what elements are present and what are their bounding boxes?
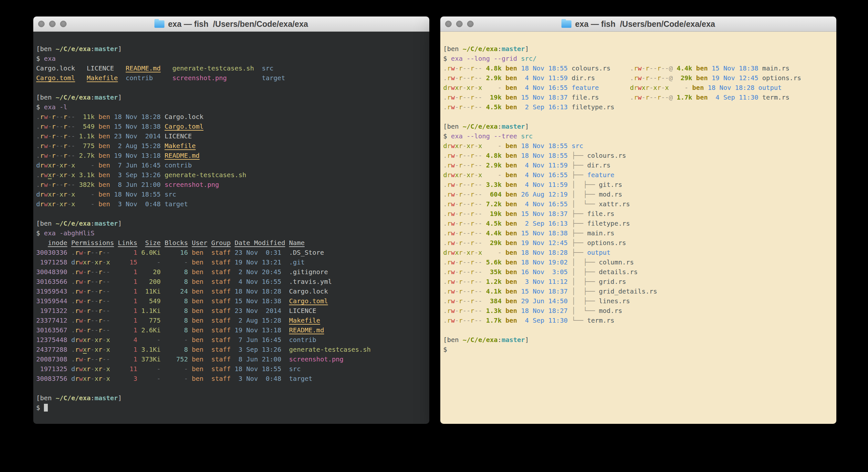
terminal-line: .rw-r--r-- 4.4k ben 15 Nov 18:38 ├── mai… — [443, 228, 834, 238]
terminal-line: 23377412 .rw-r--r-- 1 775 8 ben staff 2 … — [36, 316, 427, 325]
terminal-line: .rw-r--r-- 604 ben 26 Aug 12:19 │ ├── mo… — [443, 189, 834, 199]
terminal-line: inode Permissions Links Size Blocks User… — [36, 238, 427, 248]
terminal-line: .rw-r--r-- 3.3k ben 4 Nov 11:59 │ ├── gi… — [443, 180, 834, 189]
terminal-line: Cargo.toml Makefile contrib screenshot.p… — [36, 73, 427, 83]
terminal-line: [ben ~/C/e/exa:master] — [36, 44, 427, 54]
terminal-line: drwxr-xr-x - ben 4 Nov 16:55 feature drw… — [443, 83, 834, 92]
terminal-line — [443, 112, 834, 122]
terminal-line — [36, 83, 427, 92]
minimize-button[interactable] — [456, 21, 463, 27]
terminal-line: 30163566 .rw-r--r-- 1 200 8 ben staff 4 … — [36, 277, 427, 287]
window-title-text: exa — fish /Users/ben/Code/exa/exa — [168, 20, 308, 29]
terminal-line: .rw-r--r-- 4.8k ben 18 Nov 18:55 colours… — [443, 63, 834, 73]
terminal-line: .rw-r--r-- 7.2k ben 4 Nov 16:55 │ └── xa… — [443, 199, 834, 209]
terminal-line: 24377288 .rwxr-xr-x 1 3.1Ki 8 ben staff … — [36, 345, 427, 354]
terminal-line: .rw-r--r-- 382k ben 8 Jun 21:00 screensh… — [36, 180, 427, 189]
terminal-line: [ben ~/C/e/exa:master] — [36, 218, 427, 228]
terminal-line: .rw-r--r-- 19k ben 15 Nov 18:37 ├── file… — [443, 209, 834, 218]
terminal-line: $ exa -abghHliS — [36, 228, 427, 238]
zoom-button[interactable] — [60, 21, 66, 27]
terminal-line: 1971322 .rw-r--r-- 1 1.1Ki 8 ben staff 2… — [36, 306, 427, 316]
terminal-line: .rw-r--r-- 4.5k ben 2 Sep 16:13 filetype… — [443, 102, 834, 112]
terminal-line — [36, 209, 427, 218]
terminal-line: 12375448 drwxr-xr-x 4 - - ben staff 7 Ju… — [36, 335, 427, 345]
window-controls — [445, 17, 473, 31]
folder-icon — [154, 20, 164, 28]
terminal-line: .rwxr-xr-x 3.1k ben 3 Sep 13:26 generate… — [36, 170, 427, 180]
terminal-line: .rw-r--r-- 11k ben 18 Nov 18:28 Cargo.lo… — [36, 112, 427, 122]
terminal-line: $ exa -l — [36, 102, 427, 112]
minimize-button[interactable] — [49, 21, 56, 27]
cursor — [44, 404, 48, 412]
terminal-line: .rw-r--r-- 35k ben 16 Nov 3:05 │ ├── det… — [443, 267, 834, 277]
terminal-line: .rw-r--r-- 19k ben 15 Nov 18:37 file.rs … — [443, 92, 834, 102]
terminal-line: [ben ~/C/e/exa:master] — [443, 335, 834, 345]
terminal-line: .rw-r--r-- 1.2k ben 3 Nov 11:12 │ ├── gr… — [443, 277, 834, 287]
window-title-text: exa — fish /Users/ben/Code/exa/exa — [575, 20, 715, 29]
terminal-line: 1971325 drwxr-xr-x 11 - - ben staff 18 N… — [36, 364, 427, 374]
terminal-line: $ — [36, 403, 427, 413]
terminal-line: .rw-r--r-- 4.1k ben 15 Nov 18:37 │ ├── g… — [443, 287, 834, 296]
terminal-window-dark: exa — fish /Users/ben/Code/exa/exa [ben … — [33, 17, 429, 424]
terminal-line: .rw-r--r-- 4.8k ben 18 Nov 18:55 ├── col… — [443, 151, 834, 160]
terminal-line: .rw-r--r-- 2.9k ben 4 Nov 11:59 dir.rs .… — [443, 73, 834, 83]
terminal-output[interactable]: [ben ~/C/e/exa:master]$ exa --long --gri… — [440, 32, 836, 424]
terminal-line: drwxr-xr-x - ben 18 Nov 18:55 src — [36, 189, 427, 199]
terminal-line: drwxr-xr-x - ben 18 Nov 18:55 src — [443, 141, 834, 151]
terminal-line: .rw-r--r-- 549 ben 15 Nov 18:38 Cargo.to… — [36, 122, 427, 131]
terminal-line: .rw-r--r-- 1.1k ben 23 Nov 2014 LICENCE — [36, 131, 427, 141]
terminal-line: .rw-r--r-- 775 ben 2 Aug 15:28 Makefile — [36, 141, 427, 151]
terminal-line: [ben ~/C/e/exa:master] — [443, 122, 834, 131]
terminal-line: drwxr-xr-x - ben 3 Nov 0:48 target — [36, 199, 427, 209]
terminal-line: $ exa --long --tree src — [443, 131, 834, 141]
terminal-line: .rw-r--r-- 5.6k ben 18 Nov 19:02 │ ├── c… — [443, 257, 834, 267]
cursor — [451, 346, 455, 353]
terminal-line: $ — [443, 345, 834, 354]
terminal-line: 20087308 .rw-r--r-- 1 373Ki 752 ben staf… — [36, 354, 427, 364]
terminal-line: [ben ~/C/e/exa:master] — [36, 92, 427, 102]
terminal-line: $ exa --long --grid src/ — [443, 54, 834, 63]
terminal-line: drwxr-xr-x - ben 18 Nov 18:28 ├── output — [443, 248, 834, 257]
terminal-line: $ exa — [36, 54, 427, 63]
terminal-line: 30083756 drwxr-xr-x 3 - - ben staff 3 No… — [36, 374, 427, 383]
terminal-line: .rw-r--r-- 1.3k ben 18 Nov 18:27 │ └── m… — [443, 306, 834, 316]
terminal-line: drwxr-xr-x - ben 7 Jun 16:45 contrib — [36, 160, 427, 170]
window-title: exa — fish /Users/ben/Code/exa/exa — [154, 20, 308, 29]
terminal-line: .rw-r--r-- 2.7k ben 19 Nov 13:18 README.… — [36, 151, 427, 160]
terminal-line: 31959543 .rw-r--r-- 1 11Ki 24 ben staff … — [36, 287, 427, 296]
terminal-line: 30163567 .rw-r--r-- 1 2.6Ki 8 ben staff … — [36, 325, 427, 335]
window-title: exa — fish /Users/ben/Code/exa/exa — [561, 20, 715, 29]
close-button[interactable] — [445, 21, 452, 27]
window-controls — [38, 17, 66, 31]
terminal-line: 1971258 drwxr-xr-x 15 - - ben staff 19 N… — [36, 257, 427, 267]
terminal-window-light: exa — fish /Users/ben/Code/exa/exa [ben … — [440, 17, 836, 424]
terminal-line: drwxr-xr-x - ben 4 Nov 16:55 ├── feature — [443, 170, 834, 180]
folder-icon — [561, 20, 571, 28]
terminal-line: 31959544 .rw-r--r-- 1 549 8 ben staff 15… — [36, 296, 427, 306]
terminal-line — [36, 383, 427, 393]
terminal-line: [ben ~/C/e/exa:master] — [443, 44, 834, 54]
terminal-line: .rw-r--r-- 2.9k ben 4 Nov 11:59 ├── dir.… — [443, 160, 834, 170]
terminal-line: .rw-r--r-- 4.5k ben 2 Sep 16:13 ├── file… — [443, 218, 834, 228]
terminal-output[interactable]: [ben ~/C/e/exa:master]$ exaCargo.lock LI… — [33, 32, 429, 424]
terminal-line: .rw-r--r-- 384 ben 29 Jun 14:50 │ ├── li… — [443, 296, 834, 306]
terminal-line: [ben ~/C/e/exa:master] — [36, 393, 427, 403]
terminal-line — [443, 325, 834, 335]
zoom-button[interactable] — [467, 21, 473, 27]
title-bar[interactable]: exa — fish /Users/ben/Code/exa/exa — [440, 17, 836, 32]
terminal-line: 30030336 .rw-r--r-- 1 6.0Ki 16 ben staff… — [36, 248, 427, 257]
title-bar[interactable]: exa — fish /Users/ben/Code/exa/exa — [33, 17, 429, 32]
terminal-line: .rw-r--r-- 29k ben 19 Nov 12:45 ├── opti… — [443, 238, 834, 248]
close-button[interactable] — [38, 21, 44, 27]
terminal-line: Cargo.lock LICENCE README.md generate-te… — [36, 63, 427, 73]
terminal-line: .rw-r--r-- 1.7k ben 4 Sep 11:30 └── term… — [443, 316, 834, 325]
terminal-line: 30048390 .rw-r--r-- 1 20 8 ben staff 2 N… — [36, 267, 427, 277]
